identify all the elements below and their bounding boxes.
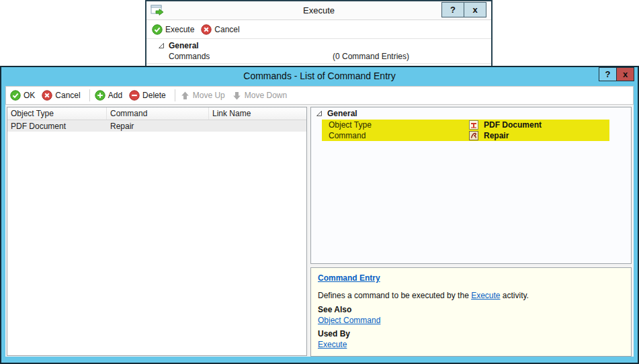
delete-minus-icon [129,90,140,101]
general-group-label: General [327,109,357,118]
object-type-value: PDF Document [484,120,542,130]
execute-property-grid: General Commands (0 Command Entries) Pro… [146,39,491,66]
move-down-button[interactable]: Move Down [230,91,292,101]
object-command-link[interactable]: Object Command [318,316,380,325]
commands-toolbar: OK Cancel Add Delete [5,86,634,105]
table-row[interactable]: PDF Document Repair [7,120,306,132]
object-type-property-row[interactable]: Object Type PDF Document [322,120,609,130]
commands-property-row[interactable]: Commands (0 Command Entries) [146,51,491,62]
column-header-link-name[interactable]: Link Name [209,107,306,120]
object-type-label: Object Type [329,120,372,130]
pdf-document-icon [469,120,478,130]
column-header-object-type[interactable]: Object Type [7,107,107,120]
pdf-repair-icon [469,131,478,140]
arrow-up-icon [180,91,190,101]
add-button[interactable]: Add [93,90,128,101]
execute-inline-link[interactable]: Execute [471,291,500,300]
execute-help-button[interactable]: ? [441,2,464,17]
help-pane: Command Entry Defines a command to be ex… [310,267,632,357]
commands-help-button[interactable]: ? [599,67,617,81]
cell-object-type: PDF Document [7,122,107,131]
expander-icon[interactable] [158,42,165,49]
used-by-header: Used By [318,329,624,338]
ok-check-icon [10,90,21,101]
execute-titlebar[interactable]: Execute ? x [146,1,491,20]
cancel-x-icon [42,90,52,101]
execute-check-icon [152,24,163,35]
help-description: Defines a command to be executed by the … [318,291,624,300]
execute-close-button[interactable]: x [464,2,486,17]
commands-window-title: Commands - List of Command Entry [1,67,638,86]
entry-property-grid: General Object Type PDF Document Command… [310,107,632,264]
toolbar-separator [89,89,90,101]
general-group-label: General [169,41,199,50]
general-group-row[interactable]: General [311,107,631,120]
commands-close-button[interactable]: x [616,67,634,81]
cancel-x-icon [201,24,212,35]
general-group-row[interactable]: General [146,40,491,51]
execute-used-by-link[interactable]: Execute [318,340,347,349]
move-up-button[interactable]: Move Up [179,91,230,101]
add-plus-icon [95,90,105,101]
ok-button[interactable]: OK [9,90,40,101]
commands-property-label: Commands [169,52,210,61]
delete-button[interactable]: Delete [128,90,171,101]
cell-command: Repair [107,122,209,131]
execute-cancel-button[interactable]: Cancel [200,24,245,35]
commands-client-area: OK Cancel Add Delete [5,86,634,357]
commands-property-value[interactable]: (0 Command Entries) [333,52,409,61]
execute-run-button[interactable]: Execute [151,24,200,35]
execute-window-title: Execute [146,1,491,19]
command-value: Repair [484,131,509,140]
commands-titlebar[interactable]: Commands - List of Command Entry ? x [1,67,638,86]
see-also-header: See Also [318,305,624,314]
arrow-down-icon [232,91,242,101]
execute-window: Execute ? x Execute Cancel General Com [145,0,493,66]
cancel-button[interactable]: Cancel [40,90,85,101]
commands-window: Commands - List of Command Entry ? x OK … [0,66,639,364]
command-entry-help-link[interactable]: Command Entry [318,273,380,283]
command-entry-list: Object Type Command Link Name PDF Docume… [7,107,307,356]
execute-toolbar: Execute Cancel [146,20,491,39]
toolbar-separator [175,89,175,101]
list-header: Object Type Command Link Name [7,107,306,120]
command-property-row[interactable]: Command Repair [322,130,609,141]
expander-icon[interactable] [316,110,323,117]
column-header-command[interactable]: Command [107,107,209,120]
command-label: Command [329,131,366,140]
